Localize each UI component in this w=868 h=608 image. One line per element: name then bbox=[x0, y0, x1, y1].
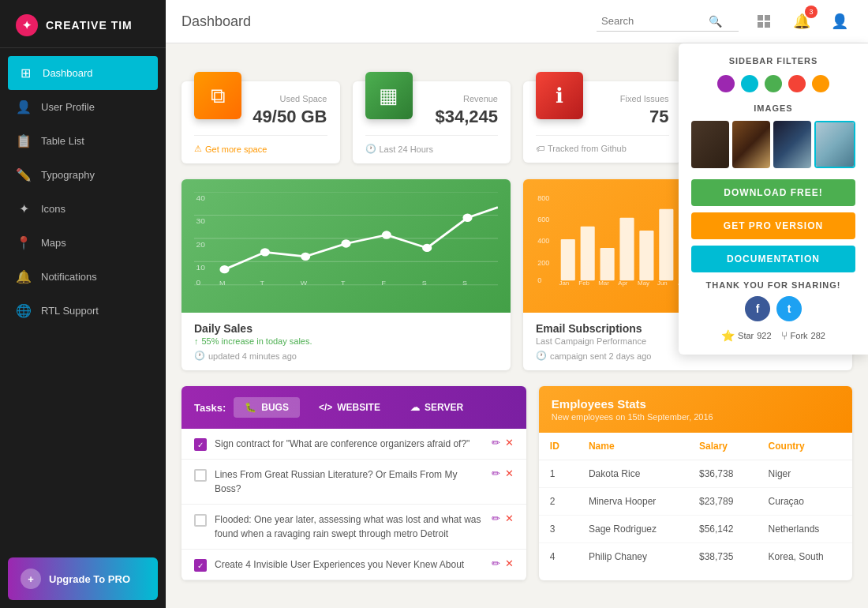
svg-rect-38 bbox=[659, 209, 673, 281]
col-name: Name bbox=[578, 433, 688, 460]
color-cyan[interactable] bbox=[741, 75, 758, 92]
svg-text:600: 600 bbox=[537, 216, 549, 223]
cell-salary: $38,735 bbox=[688, 543, 758, 571]
fixed-issues-value: 75 bbox=[593, 107, 669, 127]
bottom-row: Tasks: 🐛 BUGS </> WEBSITE ☁ SERVER bbox=[181, 386, 852, 580]
filter-image-3[interactable] bbox=[773, 121, 811, 168]
sidebar-item-maps[interactable]: 📍 Maps bbox=[0, 226, 166, 260]
get-pro-button[interactable]: GET PRO VERSION bbox=[691, 212, 855, 239]
employees-card: Employees Stats New employees on 15th Se… bbox=[539, 386, 852, 580]
sidebar-item-typography[interactable]: ✏️ Typography bbox=[0, 158, 166, 192]
tasks-list: ✓ Sign contract for "What are conference… bbox=[181, 429, 526, 580]
table-list-icon: 📋 bbox=[16, 133, 32, 148]
search-input[interactable] bbox=[601, 15, 704, 27]
tasks-label: Tasks: bbox=[194, 402, 226, 414]
grid-button[interactable] bbox=[751, 9, 776, 34]
svg-point-16 bbox=[301, 253, 309, 260]
sidebar-item-label: Notifications bbox=[41, 271, 97, 283]
task-checkbox-4[interactable]: ✓ bbox=[194, 559, 207, 572]
color-green[interactable] bbox=[765, 75, 782, 92]
cell-name: Philip Chaney bbox=[578, 543, 688, 571]
sidebar-item-label: Table List bbox=[41, 135, 84, 147]
sidebar-logo: ✦ CREATIVE TIM bbox=[0, 0, 166, 48]
task-delete-4[interactable]: ✕ bbox=[505, 557, 514, 569]
tab-server[interactable]: ☁ SERVER bbox=[399, 397, 474, 418]
task-item: Lines From Great Russian Literature? Or … bbox=[181, 460, 526, 505]
cell-name: Sage Rodriguez bbox=[578, 516, 688, 543]
warning-icon: ⚠ bbox=[194, 144, 202, 154]
color-red[interactable] bbox=[788, 75, 806, 92]
github-fork[interactable]: ⑂ Fork 282 bbox=[781, 329, 825, 342]
user-icon: 👤 bbox=[831, 13, 848, 30]
cell-name: Minerva Hooper bbox=[578, 488, 688, 516]
cell-salary: $56,142 bbox=[688, 516, 758, 543]
svg-rect-3 bbox=[765, 22, 770, 28]
svg-text:T: T bbox=[260, 279, 264, 286]
cell-id: 1 bbox=[539, 460, 578, 488]
dashboard-icon: ⊞ bbox=[17, 66, 33, 81]
upgrade-button[interactable]: + Upgrade To PRO bbox=[8, 557, 158, 600]
task-delete-2[interactable]: ✕ bbox=[505, 467, 514, 479]
typography-icon: ✏️ bbox=[16, 167, 32, 182]
sidebar-item-notifications[interactable]: 🔔 Notifications bbox=[0, 260, 166, 294]
github-star[interactable]: ⭐ Star 922 bbox=[721, 329, 772, 342]
revenue-value: $34,245 bbox=[422, 107, 499, 127]
maps-icon: 📍 bbox=[16, 235, 32, 250]
task-text-4: Create 4 Invisible User Experiences you … bbox=[215, 557, 484, 572]
task-edit-3[interactable]: ✏ bbox=[492, 512, 500, 524]
svg-text:200: 200 bbox=[537, 259, 549, 267]
filter-panel-title: SIDEBAR FILTERS bbox=[691, 56, 855, 66]
daily-sales-title: Daily Sales bbox=[194, 322, 498, 335]
user-button[interactable]: 👤 bbox=[827, 9, 852, 34]
twitter-button[interactable]: t bbox=[776, 296, 802, 321]
task-edit-2[interactable]: ✏ bbox=[492, 467, 500, 479]
employees-title: Employees Stats bbox=[552, 397, 840, 411]
sidebar-item-user-profile[interactable]: 👤 User Profile bbox=[0, 90, 166, 124]
svg-point-15 bbox=[261, 249, 269, 256]
tasks-header: Tasks: 🐛 BUGS </> WEBSITE ☁ SERVER bbox=[181, 386, 526, 429]
upgrade-label: Upgrade To PRO bbox=[49, 573, 130, 585]
filter-image-2[interactable] bbox=[732, 121, 770, 168]
task-delete-1[interactable]: ✕ bbox=[505, 437, 514, 448]
fixed-issues-footer: 🏷 Tracked from Github bbox=[536, 144, 669, 153]
filter-image-1[interactable] bbox=[691, 121, 729, 168]
notification-button[interactable]: 🔔 3 bbox=[789, 9, 814, 34]
cell-country: Netherlands bbox=[758, 516, 852, 543]
task-text-1: Sign contract for "What are conference o… bbox=[215, 437, 484, 451]
sidebar-item-icons[interactable]: ✦ Icons bbox=[0, 192, 166, 226]
employees-table: ID Name Salary Country 1 Dakota Rice $36… bbox=[539, 433, 852, 570]
revenue-label: Revenue bbox=[422, 94, 499, 103]
color-orange[interactable] bbox=[812, 75, 829, 92]
svg-text:Jun: Jun bbox=[657, 280, 668, 287]
line-chart-svg: 40 30 20 10 0 bbox=[194, 192, 498, 287]
sidebar-item-rtl-support[interactable]: 🌐 RTL Support bbox=[0, 294, 166, 328]
facebook-button[interactable]: f bbox=[745, 296, 770, 321]
color-purple[interactable] bbox=[717, 75, 735, 92]
employees-subtitle: New employees on 15th September, 2016 bbox=[552, 412, 840, 422]
task-edit-1[interactable]: ✏ bbox=[492, 437, 500, 448]
task-edit-4[interactable]: ✏ bbox=[492, 557, 500, 569]
sidebar-item-dashboard[interactable]: ⊞ Dashboard bbox=[8, 56, 158, 90]
task-delete-3[interactable]: ✕ bbox=[505, 512, 514, 524]
task-checkbox-1[interactable]: ✓ bbox=[194, 438, 207, 451]
up-arrow-icon: ↑ bbox=[194, 336, 199, 346]
task-item: ✓ Create 4 Invisible User Experiences yo… bbox=[181, 550, 526, 580]
svg-text:S: S bbox=[462, 279, 467, 286]
search-icon[interactable]: 🔍 bbox=[709, 15, 722, 28]
cell-id: 2 bbox=[539, 488, 578, 516]
tab-bugs[interactable]: 🐛 BUGS bbox=[234, 397, 300, 418]
tab-website[interactable]: </> WEBSITE bbox=[308, 397, 391, 418]
filter-image-4[interactable] bbox=[814, 121, 855, 168]
svg-rect-36 bbox=[619, 218, 634, 281]
col-id: ID bbox=[539, 433, 578, 460]
documentation-button[interactable]: DOCUMENTATION bbox=[691, 246, 855, 272]
task-checkbox-2[interactable] bbox=[194, 469, 207, 482]
tag-icon: 🏷 bbox=[536, 144, 544, 153]
download-free-button[interactable]: DOWNLOAD FREE! bbox=[691, 179, 855, 206]
col-country: Country bbox=[758, 433, 852, 460]
svg-rect-35 bbox=[600, 248, 615, 280]
cell-country: Niger bbox=[758, 460, 852, 488]
svg-point-18 bbox=[383, 231, 391, 238]
sidebar-item-table-list[interactable]: 📋 Table List bbox=[0, 124, 166, 158]
task-checkbox-3[interactable] bbox=[194, 514, 207, 527]
